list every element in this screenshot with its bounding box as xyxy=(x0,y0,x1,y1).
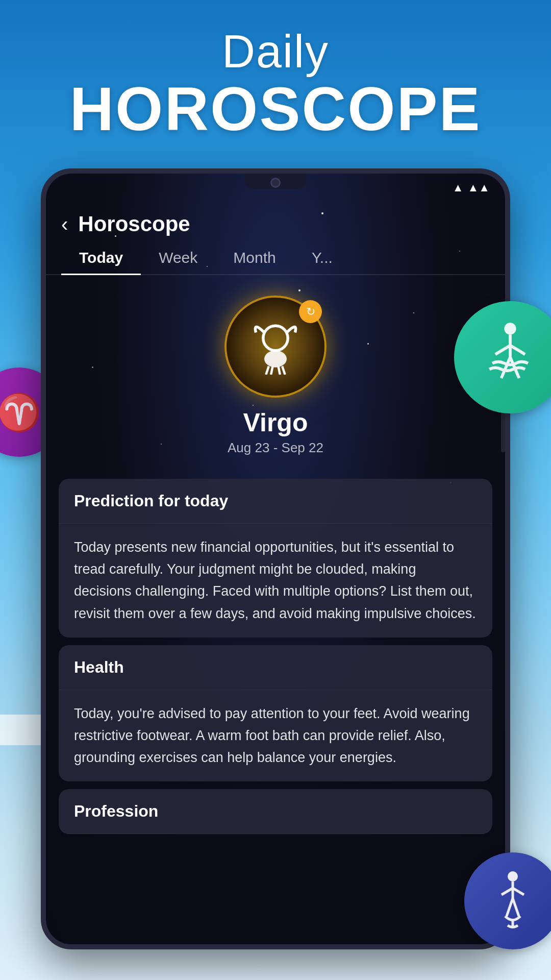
svg-line-18 xyxy=(282,366,285,375)
phone-notch xyxy=(245,174,306,189)
wifi-icon: ▲ xyxy=(453,181,464,194)
tab-year[interactable]: Y... xyxy=(294,241,350,274)
svg-line-17 xyxy=(279,366,280,375)
svg-line-16 xyxy=(271,366,272,375)
svg-line-15 xyxy=(266,366,269,375)
prediction-card: Prediction for today Today presents new … xyxy=(59,479,492,638)
phone-frame: ▲ ▲▲ ‹ Horoscope Today Week Month xyxy=(41,168,510,949)
zodiac-display: ↻ Virgo Aug 23 - Sep 22 xyxy=(46,285,505,471)
app-header: ‹ Horoscope xyxy=(46,202,505,241)
title-horoscope: HOROSCOPE xyxy=(0,78,551,139)
zodiac-symbol xyxy=(247,318,304,375)
tab-week[interactable]: Week xyxy=(141,241,215,274)
svg-line-4 xyxy=(502,357,511,378)
svg-line-10 xyxy=(507,898,513,916)
signal-icon: ▲▲ xyxy=(467,181,490,194)
profession-card-header: Profession xyxy=(59,789,492,834)
health-card-title: Health xyxy=(74,658,477,677)
health-card-header: Health xyxy=(59,645,492,690)
svg-line-2 xyxy=(495,346,510,355)
tabs-container: Today Week Month Y... xyxy=(46,241,505,275)
tab-month[interactable]: Month xyxy=(215,241,293,274)
health-card-body: Today, you're advised to pay attention t… xyxy=(59,690,492,782)
svg-line-11 xyxy=(513,898,519,916)
zodiac-name: Virgo xyxy=(243,408,308,437)
bottom-fade xyxy=(46,903,505,944)
phone-content: ‹ Horoscope Today Week Month Y... xyxy=(46,202,505,944)
svg-point-14 xyxy=(264,351,287,368)
phone-container: ▲ ▲▲ ‹ Horoscope Today Week Month xyxy=(41,168,510,949)
svg-point-0 xyxy=(504,323,516,334)
virgo-svg xyxy=(487,870,538,932)
tab-today[interactable]: Today xyxy=(61,241,141,274)
zodiac-circle: ↻ xyxy=(224,296,327,398)
title-area: Daily HOROSCOPE xyxy=(0,26,551,139)
zodiac-dates: Aug 23 - Sep 22 xyxy=(228,440,323,456)
prediction-card-header: Prediction for today xyxy=(59,479,492,524)
prediction-card-text: Today presents new financial opportuniti… xyxy=(74,536,477,625)
svg-point-13 xyxy=(263,326,288,350)
svg-line-9 xyxy=(513,888,524,895)
prediction-card-title: Prediction for today xyxy=(74,492,477,510)
profession-card: Profession xyxy=(59,789,492,834)
health-card-text: Today, you're advised to pay attention t… xyxy=(74,703,477,769)
prediction-card-body: Today presents new financial opportuniti… xyxy=(59,524,492,638)
app-title: Horoscope xyxy=(78,212,190,236)
svg-point-6 xyxy=(508,871,518,881)
camera xyxy=(270,178,281,188)
aquarius-svg xyxy=(480,322,541,393)
back-button[interactable]: ‹ xyxy=(61,214,68,234)
svg-line-8 xyxy=(502,888,513,895)
profession-card-title: Profession xyxy=(74,802,477,821)
refresh-badge[interactable]: ↻ xyxy=(299,300,322,323)
svg-line-3 xyxy=(510,346,525,355)
aries-icon: ♈ xyxy=(0,391,41,433)
health-card: Health Today, you're advised to pay atte… xyxy=(59,645,492,782)
title-daily: Daily xyxy=(0,26,551,78)
